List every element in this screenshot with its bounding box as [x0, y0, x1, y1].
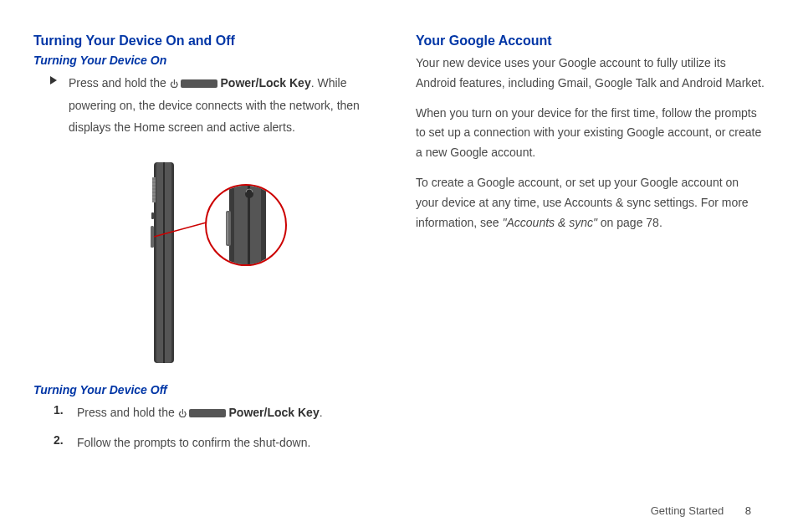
power-bar-icon — [189, 409, 226, 417]
footer-section: Getting Started — [651, 504, 724, 517]
off-post: . — [320, 406, 323, 419]
power-key-inline-icon: ⏻ — [178, 406, 226, 422]
p3-post: on page 78. — [597, 216, 662, 229]
power-bar-icon — [181, 79, 217, 88]
heading-turning-off: Turning Your Device Off — [33, 383, 382, 396]
page-footer: Getting Started 8 — [651, 504, 751, 517]
svg-rect-12 — [151, 226, 154, 248]
google-para-3: To create a Google account, or set up yo… — [416, 173, 765, 233]
power-symbol-icon: ⏻ — [170, 76, 178, 92]
power-symbol-icon: ⏻ — [178, 406, 187, 422]
svg-rect-11 — [151, 212, 154, 219]
power-key-label: Power/Lock Key — [221, 76, 311, 90]
svg-rect-2 — [163, 162, 165, 363]
play-bullet-icon — [50, 76, 57, 84]
device-figure — [33, 154, 382, 371]
google-para-2: When you turn on your device for the fir… — [416, 104, 765, 163]
list-item: 2. Follow the prompts to confirm the shu… — [54, 432, 382, 454]
google-para-1: Your new device uses your Google account… — [416, 54, 765, 94]
heading-turning-on-off: Turning Your Device On and Off — [33, 33, 382, 49]
step-text: Follow the prompts to confirm the shut-d… — [77, 432, 310, 454]
left-column: Turning Your Device On and Off Turning Y… — [33, 33, 382, 515]
power-key-inline-icon: ⏻ — [170, 76, 217, 92]
step-text: Press and hold the ⏻ Power/Lock Key. — [77, 402, 323, 424]
turn-on-text: Press and hold the ⏻ Power/Lock Key. Whi… — [69, 72, 382, 139]
turn-on-pre: Press and hold the — [69, 76, 170, 90]
list-item: 1. Press and hold the ⏻ Power/Lock Key. — [54, 402, 382, 424]
power-key-label: Power/Lock Key — [229, 406, 320, 419]
p3-ref: "Accounts & sync" — [503, 216, 597, 229]
svg-rect-21 — [227, 212, 228, 244]
heading-google-account: Your Google Account — [416, 33, 765, 49]
step-number: 2. — [54, 432, 67, 449]
svg-rect-3 — [152, 177, 156, 202]
step-number: 1. — [54, 402, 67, 419]
turn-off-steps: 1. Press and hold the ⏻ Power/Lock Key. … — [54, 402, 382, 454]
heading-turning-on: Turning Your Device On — [33, 54, 382, 67]
off-pre: Press and hold the — [77, 406, 178, 419]
turn-on-step: Press and hold the ⏻ Power/Lock Key. Whi… — [50, 72, 382, 139]
footer-page-number: 8 — [745, 504, 751, 517]
device-illustration-icon — [120, 154, 296, 371]
right-column: Your Google Account Your new device uses… — [416, 33, 765, 515]
